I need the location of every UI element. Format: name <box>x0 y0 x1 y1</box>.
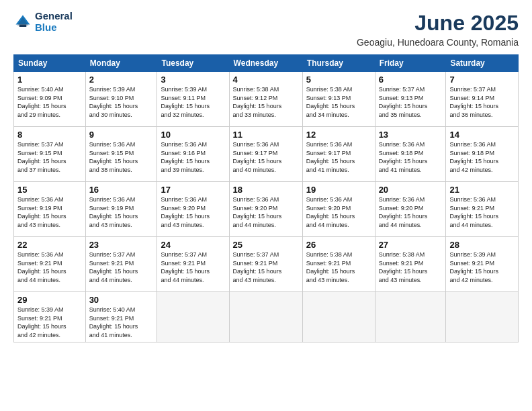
calendar-week-row: 1Sunrise: 5:40 AM Sunset: 9:09 PM Daylig… <box>14 72 519 127</box>
calendar-table: SundayMondayTuesdayWednesdayThursdayFrid… <box>13 54 519 342</box>
day-number: 10 <box>161 130 225 140</box>
calendar-header: SundayMondayTuesdayWednesdayThursdayFrid… <box>14 55 519 72</box>
day-info: Sunrise: 5:36 AM Sunset: 9:17 PM Dayligh… <box>233 140 299 174</box>
day-info: Sunrise: 5:38 AM Sunset: 9:12 PM Dayligh… <box>233 85 299 119</box>
logo: General Blue <box>13 11 73 33</box>
day-number: 19 <box>306 185 371 195</box>
calendar-cell: 12Sunrise: 5:36 AM Sunset: 9:17 PM Dayli… <box>302 127 375 182</box>
header-area: General Blue June 2025 Geoagiu, Hunedoar… <box>13 11 519 48</box>
header-cell-tuesday: Tuesday <box>157 55 229 72</box>
day-number: 1 <box>17 75 82 85</box>
day-info: Sunrise: 5:36 AM Sunset: 9:19 PM Dayligh… <box>89 195 154 229</box>
calendar-week-row: 22Sunrise: 5:36 AM Sunset: 9:21 PM Dayli… <box>14 237 519 292</box>
day-info: Sunrise: 5:37 AM Sunset: 9:21 PM Dayligh… <box>233 250 299 284</box>
day-info: Sunrise: 5:36 AM Sunset: 9:18 PM Dayligh… <box>449 140 515 174</box>
day-info: Sunrise: 5:37 AM Sunset: 9:13 PM Dayligh… <box>379 85 443 119</box>
day-info: Sunrise: 5:39 AM Sunset: 9:11 PM Dayligh… <box>161 85 225 119</box>
day-number: 30 <box>89 295 154 305</box>
calendar-cell: 25Sunrise: 5:37 AM Sunset: 9:21 PM Dayli… <box>229 237 302 292</box>
day-number: 22 <box>17 240 82 250</box>
calendar-cell: 27Sunrise: 5:38 AM Sunset: 9:21 PM Dayli… <box>375 237 446 292</box>
day-number: 2 <box>89 75 154 85</box>
day-number: 29 <box>17 295 82 305</box>
calendar-cell: 13Sunrise: 5:36 AM Sunset: 9:18 PM Dayli… <box>375 127 446 182</box>
day-number: 26 <box>306 240 371 250</box>
day-number: 9 <box>89 130 154 140</box>
calendar-week-row: 29Sunrise: 5:39 AM Sunset: 9:21 PM Dayli… <box>14 292 519 342</box>
calendar-cell <box>229 292 302 342</box>
day-number: 18 <box>233 185 299 195</box>
day-number: 11 <box>233 130 299 140</box>
calendar-cell: 18Sunrise: 5:36 AM Sunset: 9:20 PM Dayli… <box>229 182 302 237</box>
day-info: Sunrise: 5:36 AM Sunset: 9:16 PM Dayligh… <box>161 140 225 174</box>
day-number: 15 <box>17 185 82 195</box>
calendar-cell: 16Sunrise: 5:36 AM Sunset: 9:19 PM Dayli… <box>85 182 157 237</box>
calendar-cell: 22Sunrise: 5:36 AM Sunset: 9:21 PM Dayli… <box>14 237 86 292</box>
calendar-cell: 17Sunrise: 5:36 AM Sunset: 9:20 PM Dayli… <box>157 182 229 237</box>
month-title: June 2025 <box>357 11 519 36</box>
header-cell-monday: Monday <box>85 55 157 72</box>
calendar-cell: 30Sunrise: 5:40 AM Sunset: 9:21 PM Dayli… <box>85 292 157 342</box>
day-number: 7 <box>449 75 515 85</box>
day-info: Sunrise: 5:40 AM Sunset: 9:09 PM Dayligh… <box>17 85 82 119</box>
calendar-cell: 21Sunrise: 5:36 AM Sunset: 9:21 PM Dayli… <box>446 182 519 237</box>
day-info: Sunrise: 5:37 AM Sunset: 9:21 PM Dayligh… <box>89 250 154 284</box>
title-area: June 2025 Geoagiu, Hunedoara County, Rom… <box>357 11 519 48</box>
day-info: Sunrise: 5:39 AM Sunset: 9:21 PM Dayligh… <box>17 306 82 339</box>
day-info: Sunrise: 5:38 AM Sunset: 9:21 PM Dayligh… <box>306 250 371 284</box>
calendar-cell: 2Sunrise: 5:39 AM Sunset: 9:10 PM Daylig… <box>85 72 157 127</box>
calendar-cell <box>446 292 519 342</box>
calendar-cell: 5Sunrise: 5:38 AM Sunset: 9:13 PM Daylig… <box>302 72 375 127</box>
day-info: Sunrise: 5:36 AM Sunset: 9:21 PM Dayligh… <box>449 195 515 229</box>
calendar-page: General Blue June 2025 Geoagiu, Hunedoar… <box>0 0 532 411</box>
day-info: Sunrise: 5:39 AM Sunset: 9:10 PM Dayligh… <box>89 85 154 119</box>
day-info: Sunrise: 5:37 AM Sunset: 9:14 PM Dayligh… <box>449 85 515 119</box>
day-number: 16 <box>89 185 154 195</box>
day-info: Sunrise: 5:36 AM Sunset: 9:17 PM Dayligh… <box>306 140 371 174</box>
day-number: 5 <box>306 75 371 85</box>
calendar-cell: 23Sunrise: 5:37 AM Sunset: 9:21 PM Dayli… <box>85 237 157 292</box>
day-info: Sunrise: 5:36 AM Sunset: 9:20 PM Dayligh… <box>306 195 371 229</box>
day-number: 20 <box>379 185 443 195</box>
day-number: 24 <box>161 240 225 250</box>
calendar-cell <box>302 292 375 342</box>
calendar-cell: 15Sunrise: 5:36 AM Sunset: 9:19 PM Dayli… <box>14 182 86 237</box>
day-info: Sunrise: 5:37 AM Sunset: 9:21 PM Dayligh… <box>161 250 225 284</box>
day-info: Sunrise: 5:36 AM Sunset: 9:21 PM Dayligh… <box>17 250 82 284</box>
calendar-body: 1Sunrise: 5:40 AM Sunset: 9:09 PM Daylig… <box>14 72 519 342</box>
calendar-cell: 29Sunrise: 5:39 AM Sunset: 9:21 PM Dayli… <box>14 292 86 342</box>
day-number: 14 <box>449 130 515 140</box>
calendar-cell <box>375 292 446 342</box>
day-number: 12 <box>306 130 371 140</box>
calendar-cell: 20Sunrise: 5:36 AM Sunset: 9:20 PM Dayli… <box>375 182 446 237</box>
day-info: Sunrise: 5:36 AM Sunset: 9:20 PM Dayligh… <box>161 195 225 229</box>
calendar-cell: 26Sunrise: 5:38 AM Sunset: 9:21 PM Dayli… <box>302 237 375 292</box>
day-number: 21 <box>449 185 515 195</box>
calendar-cell: 10Sunrise: 5:36 AM Sunset: 9:16 PM Dayli… <box>157 127 229 182</box>
calendar-cell: 9Sunrise: 5:36 AM Sunset: 9:15 PM Daylig… <box>85 127 157 182</box>
header-cell-wednesday: Wednesday <box>229 55 302 72</box>
day-info: Sunrise: 5:40 AM Sunset: 9:21 PM Dayligh… <box>89 306 154 339</box>
day-info: Sunrise: 5:36 AM Sunset: 9:20 PM Dayligh… <box>233 195 299 229</box>
header-cell-friday: Friday <box>375 55 446 72</box>
day-info: Sunrise: 5:38 AM Sunset: 9:13 PM Dayligh… <box>306 85 371 119</box>
day-number: 23 <box>89 240 154 250</box>
day-info: Sunrise: 5:36 AM Sunset: 9:15 PM Dayligh… <box>89 140 154 174</box>
calendar-cell: 19Sunrise: 5:36 AM Sunset: 9:20 PM Dayli… <box>302 182 375 237</box>
calendar-cell: 1Sunrise: 5:40 AM Sunset: 9:09 PM Daylig… <box>14 72 86 127</box>
day-number: 25 <box>233 240 299 250</box>
day-info: Sunrise: 5:37 AM Sunset: 9:15 PM Dayligh… <box>17 140 82 174</box>
calendar-cell: 3Sunrise: 5:39 AM Sunset: 9:11 PM Daylig… <box>157 72 229 127</box>
day-number: 3 <box>161 75 225 85</box>
day-number: 17 <box>161 185 225 195</box>
calendar-cell: 7Sunrise: 5:37 AM Sunset: 9:14 PM Daylig… <box>446 72 519 127</box>
day-info: Sunrise: 5:36 AM Sunset: 9:18 PM Dayligh… <box>379 140 443 174</box>
day-number: 4 <box>233 75 299 85</box>
calendar-week-row: 8Sunrise: 5:37 AM Sunset: 9:15 PM Daylig… <box>14 127 519 182</box>
calendar-cell: 28Sunrise: 5:39 AM Sunset: 9:21 PM Dayli… <box>446 237 519 292</box>
logo-icon <box>13 13 32 32</box>
logo-text: General Blue <box>35 11 73 33</box>
day-number: 27 <box>379 240 443 250</box>
day-number: 13 <box>379 130 443 140</box>
calendar-cell: 4Sunrise: 5:38 AM Sunset: 9:12 PM Daylig… <box>229 72 302 127</box>
